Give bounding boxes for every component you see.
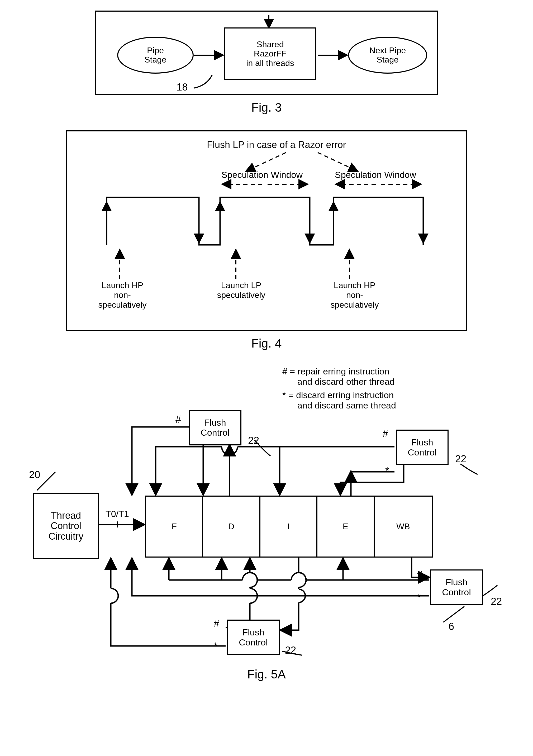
stage-i: I <box>260 497 317 556</box>
star-3: * <box>417 592 421 603</box>
svg-line-4 <box>318 152 357 171</box>
stage-d-label: D <box>228 522 234 531</box>
flush-control-bottom: Flush Control <box>227 620 280 655</box>
star-2: * <box>385 465 389 476</box>
stage-wb-label: WB <box>396 522 410 531</box>
launch-hp-non-2: Launch HP non- speculatively <box>320 281 389 310</box>
stage-f-label: F <box>172 522 177 531</box>
ref-22-d: 22 <box>285 645 296 656</box>
pipeline: F D I E WB <box>145 496 433 557</box>
fig3-caption: Fig. 3 <box>11 100 522 115</box>
flush-control-label-1: Flush Control <box>200 418 229 438</box>
ref-20: 20 <box>29 469 40 480</box>
pipe-stage-ellipse: Pipe Stage <box>117 37 194 74</box>
launch-hp-non-1: Launch HP non- speculatively <box>88 281 157 310</box>
fig5-container: # = repair erring instruction and discar… <box>18 366 515 662</box>
stage-e: E <box>317 497 374 556</box>
flush-title: Flush LP in case of a Razor error <box>207 139 346 150</box>
shared-razorff-label: Shared RazorFF in all threads <box>246 40 294 68</box>
ref-22-b: 22 <box>455 453 466 465</box>
thread-control-box: Thread Control Circuitry <box>33 493 99 559</box>
stage-f: F <box>146 497 203 556</box>
flush-control-label-4: Flush Control <box>239 628 268 647</box>
flush-control-top-left: Flush Control <box>189 410 241 446</box>
fig3-panel: Pipe Stage Shared RazorFF in all threads… <box>95 11 438 95</box>
next-pipe-stage-ellipse: Next Pipe Stage <box>348 37 427 74</box>
shared-razorff-box: Shared RazorFF in all threads <box>224 27 316 80</box>
fig4-caption: Fig. 4 <box>11 336 522 350</box>
hash-1: # <box>175 414 181 425</box>
fig5-caption: Fig. 5A <box>11 667 522 681</box>
star-4: * <box>214 641 218 652</box>
launch-lp-spec: Launch LP speculatively <box>207 281 276 300</box>
flush-control-bottom-right: Flush Control <box>430 569 483 605</box>
next-pipe-stage-label: Next Pipe Stage <box>369 46 406 65</box>
t0t1-label: T0/T1 <box>106 509 129 519</box>
hash-4: # <box>214 618 219 630</box>
stage-d: D <box>203 497 260 556</box>
i-label: I <box>116 519 119 529</box>
stage-e-label: E <box>343 522 348 531</box>
ref-22-c: 22 <box>491 596 502 607</box>
ref-22-a: 22 <box>248 435 259 446</box>
flush-control-label-3: Flush Control <box>442 577 471 597</box>
fig4-panel: Flush LP in case of a Razor error Specul… <box>66 130 467 331</box>
svg-line-3 <box>247 152 286 171</box>
pipe-stage-label: Pipe Stage <box>144 46 167 65</box>
flush-control-top-right: Flush Control <box>396 430 449 465</box>
hash-2: # <box>383 428 388 440</box>
thread-control-label: Thread Control Circuitry <box>48 510 83 542</box>
ref-6: 6 <box>449 621 454 632</box>
ref-18: 18 <box>176 82 188 93</box>
spec-window-1: Speculation Window <box>221 170 303 180</box>
hash-3: # <box>417 569 422 581</box>
flush-control-label-2: Flush Control <box>408 438 437 457</box>
stage-i-label: I <box>287 522 290 531</box>
stage-wb: WB <box>375 497 432 556</box>
spec-window-2: Speculation Window <box>335 170 416 180</box>
